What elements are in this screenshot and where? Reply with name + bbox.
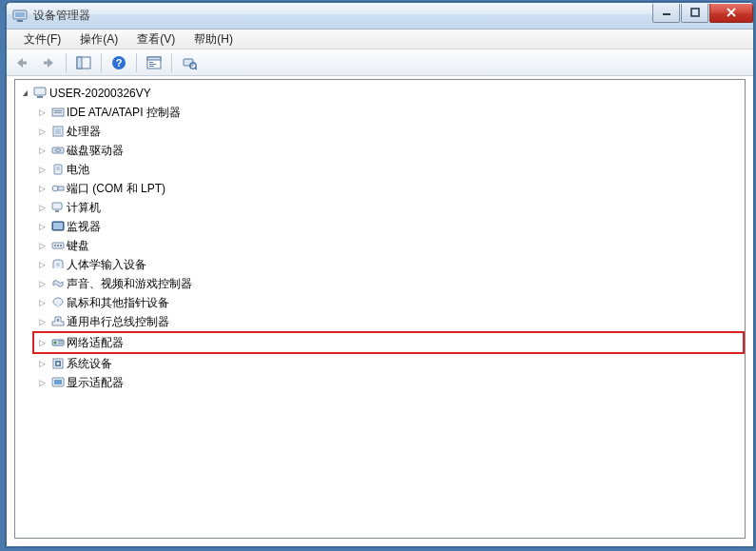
device-category-icon [49, 295, 67, 310]
help-button[interactable]: ? [107, 52, 130, 73]
tree-item[interactable]: 显示适配器 [34, 373, 745, 392]
svg-point-50 [57, 363, 60, 365]
menu-action[interactable]: 操作(A) [70, 30, 127, 49]
tree-item[interactable]: 通用串行总线控制器 [34, 312, 745, 331]
expand-icon[interactable] [34, 217, 49, 236]
device-category-icon [49, 335, 67, 350]
tree-item-label: 端口 (COM 和 LPT) [67, 179, 165, 198]
tree-item-label: 电池 [67, 160, 89, 179]
device-category-icon [49, 200, 67, 215]
expand-icon[interactable] [34, 312, 49, 331]
svg-point-45 [54, 342, 57, 344]
expand-icon[interactable] [34, 333, 49, 352]
close-button[interactable] [709, 4, 753, 23]
expand-icon[interactable] [34, 103, 49, 122]
minimize-button[interactable] [652, 4, 680, 23]
toolbar-separator [171, 53, 172, 72]
tree-item[interactable]: 处理器 [34, 122, 745, 141]
tree-item-label: 网络适配器 [67, 333, 124, 352]
device-tree: USER-20200326VY IDE ATA/ATAPI 控制器处理器磁盘驱动… [15, 80, 745, 396]
device-category-icon [49, 219, 67, 234]
device-category-icon [49, 238, 67, 253]
tree-item[interactable]: 网络适配器 [34, 333, 739, 352]
tree-item[interactable]: 系统设备 [34, 354, 745, 373]
expand-icon[interactable] [17, 84, 32, 103]
expand-icon[interactable] [34, 236, 49, 255]
svg-rect-13 [149, 62, 153, 63]
svg-rect-8 [77, 57, 82, 69]
tree-item[interactable]: 磁盘驱动器 [34, 141, 745, 160]
tree-item[interactable]: 电池 [34, 160, 745, 179]
tree-root[interactable]: USER-20200326VY [17, 84, 745, 103]
svg-text:?: ? [116, 57, 123, 69]
svg-point-30 [52, 186, 58, 191]
svg-rect-20 [37, 96, 43, 98]
forward-button[interactable] [37, 52, 60, 73]
svg-point-40 [56, 263, 60, 266]
svg-rect-25 [55, 128, 61, 134]
device-category-icon [49, 314, 67, 329]
svg-rect-39 [60, 245, 62, 246]
tree-item[interactable]: IDE ATA/ATAPI 控制器 [34, 103, 745, 122]
device-tree-pane[interactable]: USER-20200326VY IDE ATA/ATAPI 控制器处理器磁盘驱动… [14, 79, 746, 539]
expand-icon[interactable] [34, 255, 49, 274]
expand-icon[interactable] [34, 198, 49, 217]
device-category-icon [49, 181, 67, 196]
window-controls [651, 4, 753, 23]
menu-file[interactable]: 文件(F) [14, 30, 70, 49]
svg-rect-33 [55, 210, 59, 212]
toolbar-separator [136, 53, 137, 72]
svg-line-18 [195, 68, 197, 69]
device-category-icon [49, 105, 67, 120]
svg-rect-35 [53, 223, 63, 229]
tree-item[interactable]: 端口 (COM 和 LPT) [34, 179, 745, 198]
svg-rect-46 [58, 341, 63, 342]
svg-rect-3 [663, 13, 670, 15]
svg-rect-19 [34, 88, 46, 95]
expand-icon[interactable] [34, 293, 49, 312]
expand-icon[interactable] [34, 179, 49, 198]
svg-rect-38 [57, 245, 59, 246]
window-title: 设备管理器 [33, 8, 651, 24]
device-category-icon [49, 276, 67, 291]
svg-rect-2 [15, 12, 25, 17]
menu-help[interactable]: 帮助(H) [184, 30, 242, 49]
back-button[interactable] [10, 52, 33, 73]
tree-item-label: 处理器 [67, 122, 101, 141]
scan-hardware-button[interactable] [178, 52, 201, 73]
tree-item[interactable]: 鼠标和其他指针设备 [34, 293, 745, 312]
tree-item[interactable]: 计算机 [34, 198, 745, 217]
maximize-button[interactable] [681, 4, 708, 23]
tree-item-label: 声音、视频和游戏控制器 [67, 274, 192, 293]
tree-item[interactable]: 键盘 [34, 236, 745, 255]
toolbar-separator [66, 53, 67, 72]
tree-item-label: IDE ATA/ATAPI 控制器 [67, 103, 181, 122]
tree-item[interactable]: 声音、视频和游戏控制器 [34, 274, 745, 293]
tree-item[interactable]: 监视器 [34, 217, 745, 236]
tree-item-label: 显示适配器 [67, 373, 124, 392]
expand-icon[interactable] [34, 160, 49, 179]
svg-rect-52 [54, 380, 62, 384]
svg-rect-4 [691, 9, 699, 16]
toolbar: ? [7, 49, 753, 76]
expand-icon[interactable] [34, 141, 49, 160]
tree-item[interactable]: 人体学输入设备 [34, 255, 745, 274]
svg-point-41 [53, 298, 63, 305]
expand-icon[interactable] [34, 354, 49, 373]
expand-icon[interactable] [34, 122, 49, 141]
expand-icon[interactable] [34, 373, 49, 392]
menu-view[interactable]: 查看(V) [127, 30, 184, 49]
tree-item-label: 鼠标和其他指针设备 [67, 293, 169, 312]
svg-rect-26 [52, 148, 64, 153]
svg-rect-43 [57, 319, 59, 322]
properties-button[interactable] [143, 52, 165, 73]
svg-rect-6 [44, 61, 48, 64]
device-category-icon [49, 124, 67, 139]
tree-item-label: 磁盘驱动器 [67, 141, 124, 160]
device-manager-window: 设备管理器 文件(F) 操作(A) 查看(V) 帮助(H) [6, 2, 754, 547]
device-category-icon [49, 143, 67, 158]
svg-rect-32 [52, 203, 62, 209]
titlebar: 设备管理器 [7, 3, 753, 30]
expand-icon[interactable] [34, 274, 49, 293]
show-hide-tree-button[interactable] [72, 52, 95, 73]
